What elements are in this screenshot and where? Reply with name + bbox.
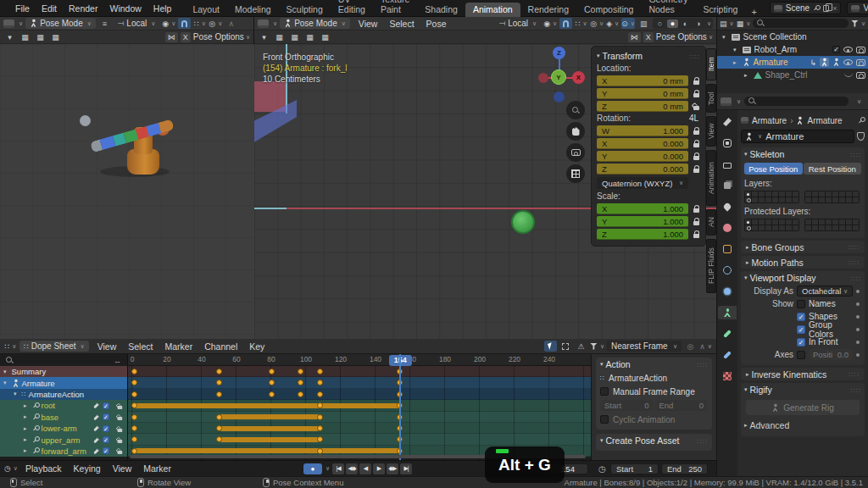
layer-cell[interactable] <box>772 191 778 197</box>
create-pose-asset-header[interactable]: ▾Create Pose Asset:::: <box>600 434 708 447</box>
robot-arm-segments[interactable] <box>90 119 175 152</box>
layer-cell[interactable] <box>812 225 818 230</box>
layer-cell[interactable] <box>786 225 792 230</box>
layer-cell[interactable] <box>832 197 838 202</box>
keyframe-hold-bar[interactable] <box>220 426 320 431</box>
layer-cell[interactable] <box>812 191 818 197</box>
viewport-menu-view[interactable]: View <box>353 19 384 29</box>
transform-panel-header[interactable]: ▾Transform:::: <box>597 49 700 63</box>
panel-motion-paths[interactable]: ▸Motion Paths:::: <box>741 256 865 269</box>
jump-to-start-button[interactable]: |◀ <box>332 463 344 474</box>
transform-orientation-dropdown[interactable]: ⟞Local∨ <box>114 18 160 29</box>
view-layer-selector[interactable]: ViewLayer × <box>847 2 868 14</box>
mode-dropdown[interactable]: Pose Mode∨ <box>25 18 96 29</box>
location-z-field[interactable]: Z0 mm <box>597 101 688 112</box>
workspace-tab-modeling[interactable]: Modeling <box>227 3 279 17</box>
layer-cell[interactable] <box>853 191 859 197</box>
scene-selector[interactable]: Scene × <box>770 2 842 14</box>
layer-cell[interactable] <box>805 191 811 197</box>
pose-options-popover[interactable]: Pose Options∨ <box>656 32 713 42</box>
frame-start-field[interactable]: Start1 <box>610 463 659 474</box>
properties-options-icon[interactable]: ∨ <box>852 96 865 107</box>
sidebar-tab-flip-fluids[interactable]: FLIP Fluids <box>706 239 716 293</box>
keyframe-hold-bar[interactable] <box>134 403 400 408</box>
checkbox-manual-frame-range[interactable] <box>600 387 609 396</box>
scale-z-field[interactable]: Z1.000 <box>597 229 688 240</box>
channel-search-input[interactable]: ↔ <box>2 356 125 365</box>
layer-cell[interactable] <box>779 191 785 197</box>
keyframe-hold-bar[interactable] <box>220 414 320 419</box>
solid-shading-icon[interactable]: ● <box>667 19 678 28</box>
tool-option-icon[interactable]: ▦ <box>34 31 47 42</box>
channel-lower-arm[interactable]: ▸lower-arm <box>0 423 127 434</box>
checkbox-group-colors[interactable] <box>797 325 805 334</box>
breadcrumb-object[interactable]: Armature <box>752 116 787 125</box>
location-x-field[interactable]: X0 mm <box>597 75 688 86</box>
layer-cell[interactable] <box>759 197 765 202</box>
properties-tab-constraints[interactable] <box>718 263 737 277</box>
properties-tab-bone-constraint[interactable] <box>718 348 737 362</box>
next-keyframe-button[interactable]: ◆▶ <box>387 463 398 474</box>
layer-cell[interactable] <box>853 225 859 230</box>
timeline-menu-playback[interactable]: Playback <box>19 463 68 474</box>
lock-icon[interactable] <box>692 152 700 161</box>
tool-option-icon[interactable]: ▦ <box>49 31 62 42</box>
proportional-editing-icon[interactable]: ◎∨ <box>590 18 604 29</box>
layer-cell[interactable] <box>832 191 838 197</box>
eye-hidden-icon[interactable] <box>844 73 853 77</box>
channel-enable-checkbox[interactable] <box>103 436 109 443</box>
breadcrumb-data[interactable]: Armature <box>807 116 842 125</box>
transform-orientation-dropdown[interactable]: ⟞Local∨ <box>495 18 542 29</box>
layer-cell[interactable] <box>759 191 765 197</box>
playhead[interactable] <box>399 354 401 460</box>
properties-tab-tool[interactable] <box>718 115 737 129</box>
layer-cell[interactable] <box>846 225 852 230</box>
layer-cell[interactable] <box>752 191 758 197</box>
pivot-point-icon[interactable]: ◉∨ <box>162 18 175 29</box>
keyframe[interactable] <box>317 391 323 397</box>
channel-unlock-icon[interactable] <box>116 436 123 443</box>
layer-cell[interactable] <box>812 197 818 202</box>
action-start-field[interactable]: Start0 <box>600 400 654 411</box>
keyframe-hold-bar[interactable] <box>134 448 400 453</box>
dope-sheet-menu-select[interactable]: Select <box>122 341 159 352</box>
pose-position-button[interactable]: Pose Position <box>744 163 803 175</box>
sidebar-tab-an[interactable]: AN <box>706 209 716 236</box>
zoom-tool-icon[interactable] <box>566 101 585 119</box>
keyframe[interactable] <box>216 425 222 431</box>
rotation-x-field[interactable]: X0.000 <box>597 138 688 149</box>
layer-cell[interactable] <box>752 219 758 225</box>
expand-icon[interactable]: ↔ <box>114 357 121 365</box>
display-as-dropdown[interactable]: Octahedral∨ <box>797 286 853 297</box>
outliner-display-mode-icon[interactable]: ▤∨ <box>720 18 734 29</box>
fake-user-shield-icon[interactable] <box>857 132 865 141</box>
checkbox-in-front[interactable] <box>797 338 805 347</box>
channel-enable-checkbox[interactable] <box>103 447 109 454</box>
proportional-editing-icon[interactable]: ◎∨ <box>209 18 222 29</box>
outliner-row-shape-ctrl[interactable]: ▸Shape_Ctrl <box>717 69 868 81</box>
errors-icon[interactable]: ⚠ <box>575 341 587 352</box>
keyframe[interactable] <box>131 425 137 431</box>
layer-cell[interactable] <box>826 219 832 225</box>
snap-magnet-icon[interactable] <box>559 18 572 29</box>
action-end-field[interactable]: End0 <box>655 400 709 411</box>
rendered-shading-icon[interactable]: ◑ <box>693 19 704 28</box>
robot-arm-tip[interactable] <box>80 115 91 126</box>
gizmo-z-axis[interactable]: Z <box>553 47 565 59</box>
modifier-wrench-icon[interactable] <box>93 413 100 420</box>
timeline-menu-keying[interactable]: Keying <box>68 463 107 474</box>
layer-cell[interactable] <box>772 219 778 225</box>
filter-icon[interactable]: ∨ <box>851 18 865 29</box>
new-scene-icon[interactable] <box>823 5 829 12</box>
layer-cell[interactable] <box>752 225 758 230</box>
active-tool-icon[interactable]: ▾ <box>3 31 16 42</box>
outliner-row-armature[interactable]: ▸Armature↳ <box>717 56 868 69</box>
layer-cell[interactable] <box>812 219 818 225</box>
gizmo-y-axis[interactable]: Y <box>551 69 566 85</box>
workspace-tab-compositing[interactable]: Compositing <box>576 3 641 17</box>
unlink-scene-icon[interactable]: × <box>832 4 837 13</box>
viewport-menu-pose[interactable]: Pose <box>420 19 453 29</box>
properties-tab-texture[interactable] <box>718 369 737 383</box>
bone-layers-grid[interactable] <box>744 191 799 203</box>
modifier-wrench-icon[interactable] <box>93 448 100 455</box>
